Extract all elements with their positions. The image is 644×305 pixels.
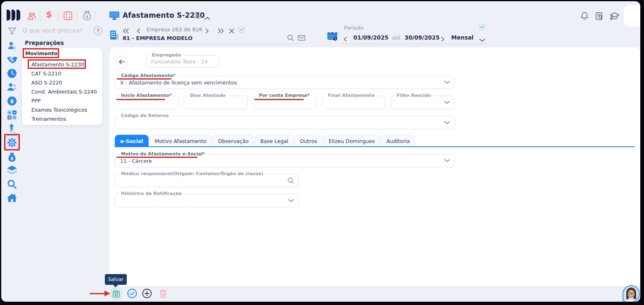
- help-icon[interactable]: ?: [94, 26, 102, 35]
- back-button[interactable]: [116, 56, 128, 68]
- user-settings-icon[interactable]: [7, 41, 17, 52]
- chevron-down-icon[interactable]: [288, 199, 294, 202]
- last-company-button[interactable]: [218, 27, 224, 35]
- next-period-button[interactable]: [441, 35, 445, 43]
- section-header: Preparações: [25, 40, 64, 46]
- chevron-down-icon[interactable]: [444, 159, 450, 162]
- info-icon[interactable]: i: [195, 12, 201, 19]
- home-icon[interactable]: [7, 193, 17, 204]
- people-icon[interactable]: [27, 11, 37, 23]
- period-end-date[interactable]: 30/09/2025: [405, 34, 440, 41]
- save-button[interactable]: [109, 287, 123, 300]
- chevron-up-icon[interactable]: [204, 14, 210, 21]
- svg-text:=: =: [13, 115, 16, 120]
- chevron-down-icon[interactable]: [444, 101, 450, 104]
- next-company-button[interactable]: [205, 27, 209, 35]
- period-start-date[interactable]: 01/09/2025: [353, 34, 388, 41]
- app-logo[interactable]: [7, 9, 21, 22]
- esocial-gear-icon[interactable]: [5, 135, 19, 150]
- por-conta-empresa-field[interactable]: Por conta Empresa*: [253, 96, 317, 109]
- handshake-icon[interactable]: [6, 55, 18, 66]
- empregado-value: Funcionário Teste - 24: [151, 59, 208, 65]
- chat-avatar[interactable]: [623, 285, 640, 302]
- svg-text:$: $: [10, 98, 14, 104]
- tab-auditoria[interactable]: Auditoria: [381, 135, 415, 147]
- user-promote-icon[interactable]: [7, 123, 17, 136]
- logo-bar: [17, 9, 20, 21]
- codigo-retorno-select[interactable]: Código de Retorno: [115, 116, 455, 129]
- empregado-field[interactable]: Empregado Funcionário Teste - 24: [146, 55, 219, 68]
- add-button[interactable]: [142, 289, 152, 298]
- building-icon: [109, 29, 120, 42]
- chevron-down-icon[interactable]: [444, 121, 450, 124]
- final-afastamento-field[interactable]: Final Afastamento: [322, 96, 386, 109]
- motivo-afastamento-esocial-select[interactable]: Motivo do Afastamento e-Social* 11 - Cár…: [115, 154, 455, 167]
- mail-icon[interactable]: [298, 35, 305, 43]
- money-bag-icon[interactable]: $: [7, 152, 17, 164]
- close-icon[interactable]: [229, 27, 234, 35]
- chevron-down-icon[interactable]: [479, 36, 485, 44]
- search-icon[interactable]: [287, 177, 294, 184]
- check-circle-icon[interactable]: [127, 289, 137, 298]
- clock-icon[interactable]: [7, 68, 17, 80]
- document-search-icon[interactable]: [595, 12, 604, 22]
- delete-button[interactable]: [159, 289, 167, 298]
- search-icon[interactable]: [7, 179, 17, 191]
- tab-esocial[interactable]: e-Social: [115, 135, 149, 147]
- codigo-afastamento-select[interactable]: Código Afastamento* X - Afastamento de l…: [115, 76, 455, 89]
- tab-elizeu-domingues[interactable]: Elizeu Domingues: [323, 135, 380, 147]
- historico-retificacao-select[interactable]: Histórico de Retificação: [115, 194, 298, 207]
- sidebar-item-afastamento-s2230[interactable]: Afastamento S-2230: [31, 61, 84, 68]
- logo-bar: [12, 9, 15, 21]
- sidebar-item-cond-ambientais-s2240[interactable]: Cond. Ambientais S-2240: [31, 89, 97, 95]
- chevron-down-icon[interactable]: [444, 81, 450, 84]
- team-icon[interactable]: [7, 82, 17, 94]
- tab-motivo-afastamento[interactable]: Motivo Afastamento: [149, 135, 212, 147]
- dias-afastado-field[interactable]: Dias Afastado: [184, 96, 248, 109]
- divider: [94, 11, 96, 21]
- sidebar-item-treinamentos[interactable]: Treinamentos: [31, 116, 66, 122]
- dias-afastado-label: Dias Afastado: [188, 93, 227, 98]
- filter-icon[interactable]: [8, 27, 17, 37]
- motivo-afastamento-esocial-value: 11 - Cárcere: [120, 158, 152, 164]
- sidebar-item-aso-s2220[interactable]: ASO S-2220: [31, 80, 62, 86]
- money-bag-icon[interactable]: $: [82, 10, 92, 23]
- inicio-afastamento-field[interactable]: Início Afastamento*: [115, 96, 179, 109]
- prev-period-button[interactable]: [343, 35, 347, 43]
- dollar-icon[interactable]: $: [46, 9, 52, 19]
- company-search-icon[interactable]: [287, 34, 294, 43]
- search-input[interactable]: [23, 27, 89, 34]
- divider: [39, 11, 41, 21]
- first-company-button[interactable]: [123, 27, 129, 35]
- divider: [121, 44, 307, 44]
- calculator-icon[interactable]: [63, 11, 73, 22]
- bell-icon[interactable]: [580, 11, 589, 22]
- empregado-label: Empregado: [150, 52, 183, 58]
- dollar-coin-icon[interactable]: $: [7, 96, 17, 108]
- sidebar-item-movimento[interactable]: Movimento: [25, 50, 57, 56]
- tab-outros[interactable]: Outros: [294, 135, 322, 147]
- calculator-icon[interactable]: + − × =: [7, 110, 17, 122]
- logo-bar: [7, 9, 10, 21]
- sidebar-item-exames-toxicologicos[interactable]: Exames Toxicológicos: [31, 107, 87, 113]
- prev-company-button[interactable]: [137, 27, 140, 35]
- sidebar-item-cat-s2210[interactable]: CAT S-2210: [31, 70, 61, 77]
- monitor-icon: [109, 11, 120, 22]
- graduation-cap-icon[interactable]: [609, 11, 620, 23]
- filho-nascido-label: Filho Nascido: [395, 93, 433, 98]
- tab-observacao[interactable]: Observação: [213, 135, 254, 147]
- period-checkbox[interactable]: [479, 24, 485, 30]
- period-mode-select[interactable]: Mensal: [451, 34, 474, 41]
- sidebar-menu: [22, 48, 102, 125]
- filho-nascido-select[interactable]: Filho Nascido: [391, 96, 455, 109]
- tab-base-legal[interactable]: Base Legal: [255, 135, 294, 147]
- layers-icon[interactable]: [7, 165, 17, 177]
- medico-responsavel-field[interactable]: Médico responsável(Origem: Contatos/Órgã…: [115, 174, 298, 187]
- final-afastamento-label: Final Afastamento: [326, 93, 377, 98]
- motivo-afastamento-esocial-label: Motivo do Afastamento e-Social*: [119, 151, 207, 157]
- sidebar-item-ppp[interactable]: PPP: [31, 98, 41, 104]
- company-filter-checkbox[interactable]: [239, 26, 245, 33]
- divider: [76, 11, 78, 21]
- codigo-afastamento-label: Código Afastamento*: [119, 73, 178, 78]
- user-area[interactable]: [624, 5, 640, 26]
